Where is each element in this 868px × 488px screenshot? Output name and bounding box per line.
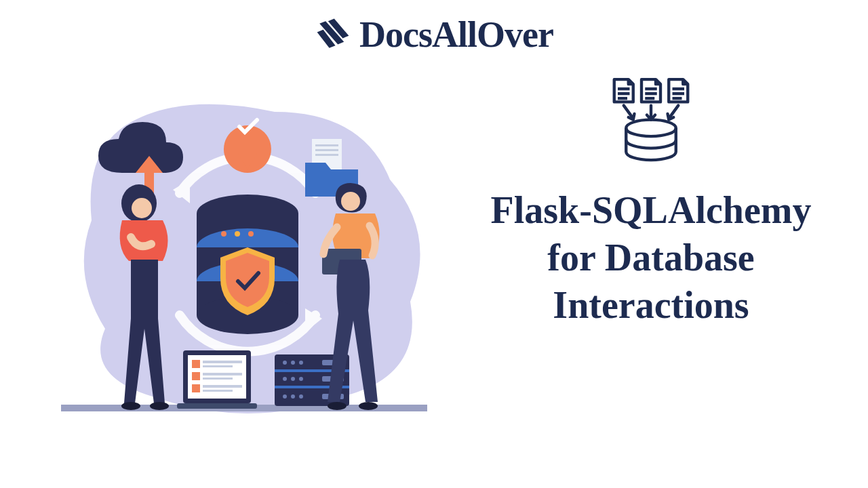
svg-point-18 xyxy=(248,231,254,237)
svg-point-16 xyxy=(221,231,226,237)
hero-illustration xyxy=(44,85,444,437)
laptop-icon xyxy=(177,350,257,409)
svg-rect-25 xyxy=(177,403,257,409)
svg-point-55 xyxy=(341,192,360,211)
svg-point-17 xyxy=(235,231,240,237)
svg-point-51 xyxy=(132,198,152,218)
svg-rect-8 xyxy=(315,154,338,156)
svg-rect-27 xyxy=(192,372,200,380)
svg-rect-6 xyxy=(315,144,338,146)
svg-point-41 xyxy=(283,377,287,381)
svg-point-53 xyxy=(121,402,140,410)
svg-point-38 xyxy=(283,361,287,365)
svg-point-43 xyxy=(299,377,303,381)
svg-rect-30 xyxy=(203,365,233,367)
svg-rect-52 xyxy=(131,260,158,321)
database-cylinder-icon xyxy=(197,195,298,334)
svg-point-71 xyxy=(626,120,676,137)
svg-rect-33 xyxy=(203,385,242,388)
svg-rect-34 xyxy=(203,390,233,392)
svg-point-57 xyxy=(328,402,347,410)
brand-name: DocsAllOver xyxy=(359,14,553,56)
brand-header: DocsAllOver xyxy=(0,14,868,56)
svg-point-54 xyxy=(150,402,169,410)
svg-rect-31 xyxy=(203,373,242,375)
database-files-icon xyxy=(604,75,698,166)
article-title: Flask-SQLAlchemy for Database Interactio… xyxy=(475,186,827,329)
svg-rect-26 xyxy=(192,360,200,368)
article-right-panel: Flask-SQLAlchemy for Database Interactio… xyxy=(475,75,827,329)
svg-rect-29 xyxy=(203,361,242,363)
svg-rect-32 xyxy=(203,378,233,380)
svg-point-44 xyxy=(283,394,287,399)
svg-point-46 xyxy=(299,394,303,399)
svg-point-40 xyxy=(299,361,303,365)
svg-rect-7 xyxy=(315,149,338,151)
svg-rect-28 xyxy=(192,384,200,392)
svg-point-45 xyxy=(291,394,295,399)
svg-point-42 xyxy=(291,377,295,381)
brand-logo-icon xyxy=(315,16,351,53)
svg-point-39 xyxy=(291,361,295,365)
svg-point-58 xyxy=(359,402,378,410)
